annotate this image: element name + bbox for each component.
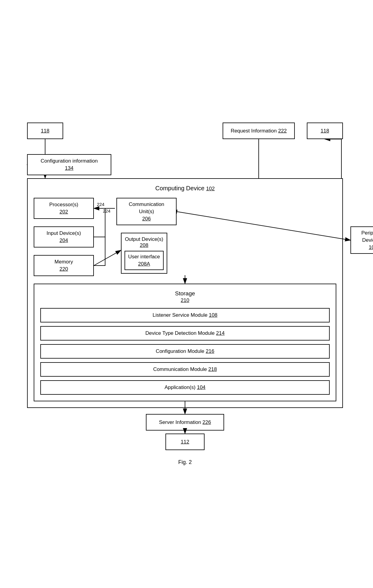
box-118-right: 118	[307, 123, 343, 139]
label-224: 224	[103, 208, 110, 213]
server-info-box: Server Information 226	[146, 414, 224, 431]
computing-device-box: Computing Device 102 Processor(s) 202	[27, 178, 343, 408]
output-device-box: Output Device(s) 208 User interface 208A	[121, 233, 167, 274]
ref-118-left: 118	[41, 128, 49, 134]
config-info-box: Configuration information 134	[27, 154, 111, 175]
bottom-area: Server Information 226 112	[27, 414, 343, 450]
comm-unit-box: Communication Unit(s) 206	[116, 198, 177, 225]
storage-box: Storage 210 Listener Service Module 108 …	[34, 284, 336, 401]
comm-module-box: Communication Module 218	[40, 362, 330, 377]
user-interface-box: User interface 208A	[125, 251, 164, 270]
input-devices-box: Input Device(s) 204	[34, 226, 94, 247]
processors-box: Processor(s) 202	[34, 198, 94, 219]
box-118-left: 118	[27, 123, 63, 139]
computing-device-title: Computing Device 102	[34, 185, 336, 192]
listener-module-box: Listener Service Module 108	[40, 308, 330, 322]
box-112: 112	[165, 434, 205, 450]
ref-118-right: 118	[321, 128, 329, 134]
ref-112: 112	[181, 439, 189, 445]
config-info-label: Configuration information 134	[41, 157, 98, 172]
memory-box: Memory 220	[34, 255, 94, 276]
request-info-box: Request Information 222	[223, 123, 295, 139]
fig-label: Fig. 2	[27, 459, 343, 465]
applications-box: Application(s) 104	[40, 380, 330, 395]
device-detection-box: Device Type Detection Module 214	[40, 326, 330, 341]
peripheral-box: Peripheral Device(s) 106	[350, 226, 373, 254]
config-module-box: Configuration Module 216	[40, 344, 330, 359]
storage-title: Storage 210	[40, 290, 330, 303]
request-info-label: Request Information 222	[231, 127, 287, 135]
